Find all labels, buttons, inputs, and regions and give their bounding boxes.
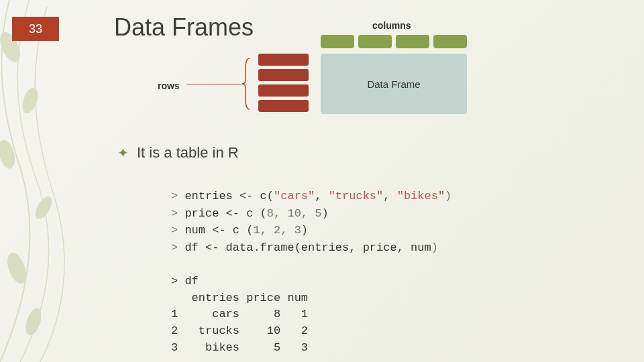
bullet-text: It is a table in R: [137, 144, 239, 162]
bullet-icon: ✦: [117, 145, 129, 161]
bullet-item: ✦ It is a table in R: [117, 144, 239, 162]
row-cell: [258, 69, 309, 81]
code-block-output: > df entries price num 1 cars 8 1 2 truc…: [171, 274, 308, 356]
page-number: 33: [29, 22, 42, 36]
column-cell: [396, 35, 429, 48]
slide-title: Data Frames: [114, 13, 254, 42]
svg-point-5: [23, 306, 44, 337]
rows-connector-line: [186, 84, 241, 84]
dataframe-box: Data Frame: [321, 54, 467, 114]
svg-point-3: [32, 194, 56, 222]
rows-label: rows: [158, 80, 180, 91]
svg-point-4: [4, 250, 30, 286]
column-cell: [321, 35, 354, 48]
row-cell: [258, 100, 309, 112]
rows-bracket: [241, 57, 251, 111]
row-cell: [258, 84, 309, 97]
column-cells-group: [321, 35, 467, 48]
dataframe-box-label: Data Frame: [367, 78, 420, 90]
column-cell: [433, 35, 467, 48]
svg-point-2: [0, 138, 17, 170]
row-cells-group: [258, 54, 309, 112]
leaf-decoration: [0, 0, 107, 362]
page-number-badge: 33: [12, 17, 59, 41]
svg-point-1: [19, 86, 41, 115]
code-block-input: > entries <- c("cars", "trucks", "bikes"…: [171, 188, 451, 256]
row-cell: [258, 54, 309, 66]
columns-label: columns: [372, 20, 411, 31]
column-cell: [358, 35, 392, 48]
